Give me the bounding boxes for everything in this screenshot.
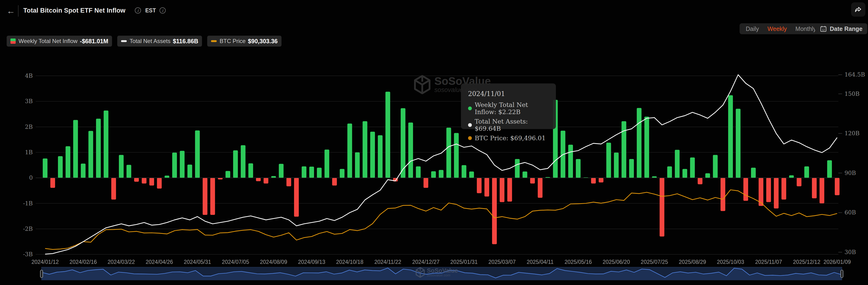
inflow-bar[interactable] bbox=[644, 117, 649, 178]
inflow-bar[interactable] bbox=[492, 178, 497, 244]
inflow-bar[interactable] bbox=[58, 156, 63, 178]
inflow-bar[interactable] bbox=[462, 165, 466, 178]
inflow-bar[interactable] bbox=[515, 159, 520, 178]
inflow-bar[interactable] bbox=[637, 108, 642, 178]
inflow-bar[interactable] bbox=[485, 178, 489, 196]
inflow-bar[interactable] bbox=[812, 178, 817, 198]
inflow-bar[interactable] bbox=[256, 178, 260, 181]
inflow-bar[interactable] bbox=[721, 178, 725, 211]
inflow-bar[interactable] bbox=[591, 178, 596, 183]
inflow-bar[interactable] bbox=[65, 146, 70, 178]
inflow-bar[interactable] bbox=[660, 178, 664, 236]
inflow-bar[interactable] bbox=[73, 120, 78, 178]
inflow-bar[interactable] bbox=[324, 149, 329, 178]
inflow-bar[interactable] bbox=[111, 178, 116, 199]
inflow-bar[interactable] bbox=[698, 178, 702, 184]
inflow-bar[interactable] bbox=[157, 178, 162, 189]
inflow-bar[interactable] bbox=[827, 160, 832, 178]
inflow-bar[interactable] bbox=[431, 171, 436, 178]
btc-price-line[interactable] bbox=[45, 190, 837, 250]
inflow-bar[interactable] bbox=[43, 159, 48, 178]
inflow-bar[interactable] bbox=[667, 166, 672, 178]
inflow-bar[interactable] bbox=[385, 92, 390, 178]
inflow-bar[interactable] bbox=[180, 151, 185, 178]
inflow-bar[interactable] bbox=[279, 164, 284, 178]
inflow-bar[interactable] bbox=[454, 133, 459, 178]
inflow-bar[interactable] bbox=[652, 176, 657, 178]
inflow-bar[interactable] bbox=[576, 159, 581, 178]
inflow-bar[interactable] bbox=[599, 178, 603, 182]
inflow-bar[interactable] bbox=[104, 111, 108, 178]
navigator-handle-left[interactable] bbox=[40, 270, 43, 278]
inflow-bar[interactable] bbox=[378, 135, 382, 178]
inflow-bar[interactable] bbox=[439, 170, 444, 178]
total-net-assets-line[interactable] bbox=[45, 75, 837, 254]
inflow-bar[interactable] bbox=[241, 145, 245, 178]
inflow-bar[interactable] bbox=[797, 178, 802, 186]
inflow-bar[interactable] bbox=[469, 171, 474, 178]
inflow-bar[interactable] bbox=[370, 132, 375, 178]
inflow-bar[interactable] bbox=[690, 158, 695, 178]
inflow-bar[interactable] bbox=[713, 155, 718, 178]
inflow-bar[interactable] bbox=[416, 166, 421, 178]
inflow-bar[interactable] bbox=[225, 171, 230, 178]
inflow-bar[interactable] bbox=[142, 178, 147, 183]
inflow-bar[interactable] bbox=[271, 176, 276, 178]
inflow-bar[interactable] bbox=[218, 178, 223, 179]
inflow-bar[interactable] bbox=[309, 167, 314, 178]
inflow-bar[interactable] bbox=[119, 155, 124, 178]
inflow-bar[interactable] bbox=[347, 123, 352, 178]
inflow-bar[interactable] bbox=[743, 178, 748, 201]
inflow-bar[interactable] bbox=[96, 119, 101, 178]
inflow-bar[interactable] bbox=[195, 131, 200, 178]
inflow-bar[interactable] bbox=[736, 109, 741, 178]
inflow-bar[interactable] bbox=[264, 178, 269, 183]
inflow-bar[interactable] bbox=[164, 176, 169, 178]
inflow-bar[interactable] bbox=[446, 127, 451, 178]
inflow-bar[interactable] bbox=[774, 178, 778, 208]
inflow-bar[interactable] bbox=[705, 173, 710, 178]
inflow-bar[interactable] bbox=[172, 152, 177, 178]
inflow-bar[interactable] bbox=[424, 178, 428, 188]
inflow-bar[interactable] bbox=[751, 168, 756, 178]
inflow-bar[interactable] bbox=[530, 178, 535, 183]
inflow-bar[interactable] bbox=[781, 178, 786, 199]
main-chart-canvas[interactable]: 4B3B2B1B0-1B-2B-3B164.5B150B120B90B60B30… bbox=[0, 0, 868, 285]
inflow-bar[interactable] bbox=[789, 175, 794, 178]
inflow-bar[interactable] bbox=[606, 143, 611, 178]
inflow-bar[interactable] bbox=[629, 159, 634, 178]
inflow-bar[interactable] bbox=[89, 131, 93, 178]
inflow-bar[interactable] bbox=[149, 178, 154, 186]
inflow-bar[interactable] bbox=[340, 169, 344, 178]
inflow-bar[interactable] bbox=[363, 121, 367, 178]
inflow-bar[interactable] bbox=[804, 166, 809, 178]
inflow-bar[interactable] bbox=[675, 150, 680, 178]
inflow-bar[interactable] bbox=[355, 152, 360, 178]
inflow-bar[interactable] bbox=[766, 178, 771, 202]
inflow-bar[interactable] bbox=[126, 165, 131, 178]
inflow-bar[interactable] bbox=[302, 166, 306, 178]
inflow-bar[interactable] bbox=[522, 171, 527, 178]
inflow-bar[interactable] bbox=[332, 178, 337, 186]
inflow-bar[interactable] bbox=[210, 178, 215, 215]
inflow-bar[interactable] bbox=[294, 178, 299, 217]
inflow-bar[interactable] bbox=[233, 150, 238, 178]
inflow-bar[interactable] bbox=[622, 121, 626, 178]
inflow-bar[interactable] bbox=[682, 169, 687, 178]
inflow-bar[interactable] bbox=[835, 178, 839, 195]
inflow-bar[interactable] bbox=[203, 178, 208, 215]
inflow-bar[interactable] bbox=[538, 178, 542, 198]
inflow-bar[interactable] bbox=[568, 145, 573, 178]
inflow-bar[interactable] bbox=[286, 178, 291, 186]
inflow-bar[interactable] bbox=[728, 95, 733, 178]
inflow-bar[interactable] bbox=[507, 178, 512, 202]
inflow-bar[interactable] bbox=[317, 168, 321, 178]
inflow-bar[interactable] bbox=[500, 178, 504, 202]
inflow-bar[interactable] bbox=[134, 178, 139, 181]
inflow-bar[interactable] bbox=[187, 165, 192, 178]
inflow-bar[interactable] bbox=[81, 164, 86, 178]
inflow-bar[interactable] bbox=[614, 152, 619, 178]
inflow-bar[interactable] bbox=[819, 178, 824, 203]
navigator-handle-right[interactable] bbox=[841, 270, 843, 278]
inflow-bar[interactable] bbox=[248, 163, 253, 178]
